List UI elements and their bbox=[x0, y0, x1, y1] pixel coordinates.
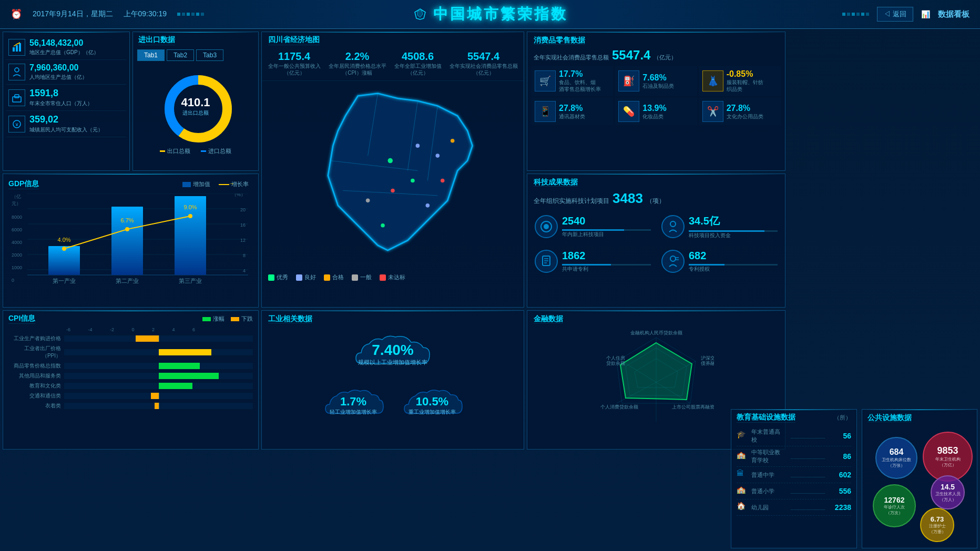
svg-rect-2 bbox=[19, 43, 21, 52]
industrial-panel: 工业相关数据 7.40% 规模以上工业增加值增长率 bbox=[261, 310, 524, 450]
cpi-bar-6: 衣着类 bbox=[8, 402, 253, 410]
sichuan-map-panel: 四川省经济地图 1175.4 全年一般公共预算收入（亿元） 2.2% 全年居民消… bbox=[261, 32, 524, 308]
pop-icon bbox=[8, 89, 25, 106]
svg-point-23 bbox=[426, 203, 430, 208]
svg-text:上市公司股票再融资: 上市公司股票再融资 bbox=[672, 404, 714, 410]
retail-info-4: 13.9% 化妆品类 bbox=[642, 104, 666, 120]
svg-point-58 bbox=[670, 256, 676, 261]
export-dot bbox=[160, 150, 165, 152]
china-map-icon bbox=[412, 8, 428, 21]
time-display: 上午09:30:19 bbox=[124, 9, 167, 19]
cpi-bar-0: 工业生产者购进价格 bbox=[8, 335, 253, 342]
edu-label-4: 幼儿园 bbox=[751, 504, 785, 512]
map-stat-value-1: 2.2% bbox=[329, 50, 386, 63]
y-label-4: 2000 bbox=[12, 252, 27, 258]
tech-val-2: 1862 bbox=[562, 250, 651, 262]
svg-text:¥: ¥ bbox=[15, 122, 18, 127]
retail-pct-0: 17.7% bbox=[559, 69, 601, 79]
tech-header: 科技成果数据 bbox=[527, 174, 785, 188]
cpi-rise-legend: 涨幅 bbox=[202, 315, 224, 323]
cpi-track-2 bbox=[64, 363, 253, 369]
retail-info-2: -0.85% 服装鞋帽、针纺织品类 bbox=[727, 69, 763, 93]
y-axis-labels: （亿元） 8000 6000 4000 2000 1000 0 bbox=[12, 193, 27, 283]
map-legend: 优秀 良好 合格 一般 未达标 bbox=[262, 270, 524, 284]
svg-text:（%）: （%） bbox=[232, 193, 246, 197]
legend-fail: 未达标 bbox=[380, 273, 405, 281]
donut-chart: 410.1 进出口总额 bbox=[159, 69, 232, 143]
svg-rect-5 bbox=[15, 95, 19, 98]
map-svg bbox=[262, 81, 524, 270]
svg-text:个人消费贷款余额: 个人消费贷款余额 bbox=[600, 404, 638, 410]
legend-value-rect bbox=[182, 182, 191, 187]
tab-2[interactable]: Tab2 bbox=[167, 49, 194, 61]
edu-dots-3 bbox=[791, 488, 825, 494]
svg-point-21 bbox=[391, 189, 395, 193]
sub-clouds: 1.7% 轻工业增加值增长率 10.5% 重工业增加值增长率 bbox=[319, 384, 466, 426]
edu-dots-1 bbox=[791, 454, 825, 459]
industrial-sub1-label: 轻工业增加值增长率 bbox=[330, 409, 377, 416]
legend-excellent: 优秀 bbox=[268, 273, 288, 281]
map-stat-2: 4508.6 全年全部工业增加值（亿元） bbox=[394, 50, 442, 76]
cpi-bar-4: 教育和文化类 bbox=[8, 382, 253, 390]
retail-item-0: 🛒 17.7% 食品、饮料、烟酒零售总额增长率 bbox=[532, 66, 613, 96]
map-stat-value-3: 5547.4 bbox=[450, 50, 518, 63]
legend-fail-icon bbox=[380, 274, 386, 281]
tech-item-1: 34.5亿 科技项目投入资金 bbox=[658, 211, 781, 242]
back-button[interactable]: ◁ 返回 bbox=[877, 7, 913, 22]
svg-text:第一产业: 第一产业 bbox=[53, 278, 76, 284]
pub-lbl-9853: 年末卫生机构（万亿） bbox=[935, 456, 961, 468]
edu-item-1: 🏫 中等职业教育学校 86 bbox=[737, 446, 851, 467]
dots-deco-left bbox=[177, 13, 204, 16]
pop-label: 年末全市常住人口（万人） bbox=[29, 100, 93, 107]
svg-text:8: 8 bbox=[243, 253, 246, 258]
pub-title: 公共设施数据 bbox=[867, 413, 912, 422]
cpi-bar-3: 其他用品和服务类 bbox=[8, 372, 253, 380]
edu-label-2: 普通中学 bbox=[751, 471, 785, 479]
tech-circle-1 bbox=[661, 215, 685, 238]
retail-grid: 🛒 17.7% 食品、饮料、烟酒零售总额增长率 ⛽ 7.68% 石油及制品类 👗 bbox=[527, 64, 785, 127]
percap-label: 人均地区生产总值（亿） bbox=[29, 74, 87, 81]
cpi-title: CPI信息 bbox=[8, 314, 35, 324]
cpi-fall-dot bbox=[231, 317, 239, 321]
retail-panel: 消费品零售数据 全年实现社会消费品零售总额 5547.4 （亿元） 🛒 17.7… bbox=[527, 32, 785, 171]
donut-label: 进出口总额 bbox=[181, 109, 210, 117]
cpi-panel: CPI信息 涨幅 下跌 -6-4-20246 bbox=[3, 310, 259, 450]
legend-pass-icon bbox=[324, 274, 330, 281]
edu-items: 🎓 年末普通高校 56 🏫 中等职业教育学校 86 🏛 普通中学 602 bbox=[731, 424, 856, 518]
retail-total-label: 全年实现社会消费品零售总额 bbox=[534, 54, 609, 62]
pub-circle-12762: 12762 年诊疗人次（万次） bbox=[873, 484, 916, 527]
industrial-sub2-value: 10.5% bbox=[409, 395, 456, 409]
cpi-legend: 涨幅 下跌 bbox=[202, 315, 253, 323]
tech-bar-container-3: 682 专利授权 bbox=[689, 250, 778, 273]
tech-header-unit: （项） bbox=[646, 197, 665, 206]
svg-point-19 bbox=[451, 139, 455, 143]
tab-1[interactable]: Tab1 bbox=[137, 49, 165, 61]
map-stats: 1175.4 全年一般公共预算收入（亿元） 2.2% 全年居民消费价格总水平（C… bbox=[262, 46, 524, 81]
tech-header-value: 3483 bbox=[612, 190, 643, 207]
gdp-stat: 56,148,432,00 地区生产总值（GDP）（亿） bbox=[6, 35, 126, 60]
edu-item-0: 🎓 年末普通高校 56 bbox=[737, 426, 851, 446]
legend-pass: 合格 bbox=[324, 273, 344, 281]
svg-text:第二产业: 第二产业 bbox=[116, 278, 139, 284]
tech-total-row: 全年组织实施科技计划项目 3483 （项） bbox=[527, 188, 785, 209]
edu-item-2: 🏛 普通中学 602 bbox=[737, 467, 851, 483]
cpi-track-0 bbox=[64, 335, 253, 342]
tech-bar-container-2: 1862 共申请专利 bbox=[562, 250, 651, 273]
edu-value-1: 86 bbox=[830, 452, 851, 461]
pub-lbl-684: 卫生机构床位数（万张） bbox=[882, 457, 911, 468]
tech-val-0: 2540 bbox=[562, 215, 651, 227]
tech-item-3: 682 专利授权 bbox=[658, 247, 781, 276]
tab-3[interactable]: Tab3 bbox=[196, 49, 223, 61]
header-left: ⏰ 2017年9月14日，星期二 上午09:30:19 bbox=[11, 8, 204, 20]
svg-point-3 bbox=[15, 68, 19, 72]
donut-center: 410.1 进出口总额 bbox=[181, 96, 210, 117]
income-stat: ¥ 359,02 城镇居民人均可支配收入（元） bbox=[6, 111, 126, 137]
svg-point-52 bbox=[544, 224, 549, 229]
retail-pct-2: -0.85% bbox=[727, 69, 763, 79]
tech-circle-3 bbox=[661, 250, 685, 273]
retail-item-2: 👗 -0.85% 服装鞋帽、针纺织品类 bbox=[699, 66, 781, 96]
pop-value: 1591,8 bbox=[29, 88, 93, 99]
gdp-legend-value: 增加值 bbox=[182, 180, 210, 188]
education-panel: 教育基础设施数据 （所） 🎓 年末普通高校 56 🏫 中等职业教育学校 86 bbox=[731, 409, 857, 548]
clock-icon: ⏰ bbox=[11, 8, 22, 20]
